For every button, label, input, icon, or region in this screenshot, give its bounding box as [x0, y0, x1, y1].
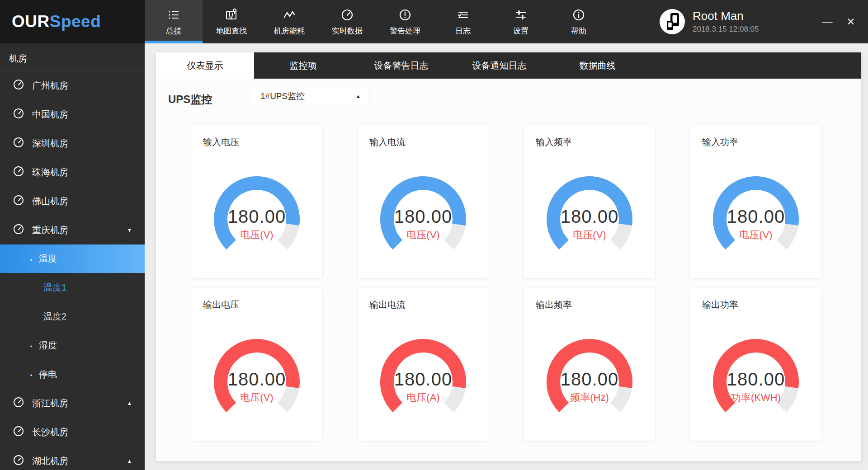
- sidebar-item-label: 广州机房: [32, 80, 68, 92]
- nav-item-settings[interactable]: 设置: [492, 0, 550, 43]
- tab-gauge-display[interactable]: 仪表显示: [156, 52, 254, 79]
- gauge-card: 输出功率 180.00 功率(KWH): [690, 288, 821, 441]
- tab-monitor-items[interactable]: 监控项: [254, 52, 352, 79]
- window-controls-divider: [814, 12, 814, 32]
- sidebar-subitem-label: 湿度: [39, 339, 57, 352]
- nav-item-help[interactable]: 帮助: [550, 0, 608, 43]
- nav-item-alert-handling[interactable]: 警告处理: [376, 0, 434, 43]
- tab-device-notice-log[interactable]: 设备通知日志: [450, 52, 548, 79]
- sidebar-item-label: 珠海机房: [32, 166, 68, 179]
- avatar[interactable]: [659, 9, 685, 35]
- gauge-unit: 电压(V): [212, 228, 302, 242]
- alert-icon: [398, 8, 412, 22]
- gauge-value: 180.00: [711, 369, 801, 390]
- sidebar-subitem-temperature[interactable]: · 温度: [0, 244, 145, 273]
- gauge-unit: 电压(A): [378, 391, 468, 404]
- sidebar-item-zhejiang[interactable]: 浙江机房 ▲: [0, 389, 145, 418]
- sidebar-item-zhuhai[interactable]: 珠海机房: [0, 158, 145, 187]
- nav-label: 总揽: [166, 26, 181, 36]
- chevron-down-icon: ▼: [127, 227, 132, 233]
- gauge-card-title: 输入频率: [536, 136, 572, 148]
- nav-item-realtime-data[interactable]: 实时数据: [318, 0, 376, 43]
- gauge-chart: 180.00 频率(Hz): [544, 337, 635, 427]
- gauge-card: 输入功率 180.00 电压(V): [690, 125, 821, 278]
- close-button[interactable]: ✕: [841, 0, 861, 43]
- user-datetime: 2018.3.15 12:08:05: [693, 25, 759, 34]
- gauge-card: 输出电压 180.00 电压(V): [191, 288, 322, 441]
- gauge-card-title: 输入电压: [203, 136, 239, 148]
- gauge-card: 输入电压 180.00 电压(V): [191, 125, 322, 278]
- gauge-card-title: 输出频率: [536, 299, 572, 311]
- gauge-chart: 180.00 电压(V): [212, 174, 302, 264]
- chevron-up-icon: ▲: [356, 94, 361, 99]
- sidebar-subitem-label: 停电: [39, 368, 57, 381]
- nav-label: 实时数据: [332, 26, 363, 36]
- gauge-card-title: 输出电压: [203, 299, 239, 311]
- gauge-card: 输出电流 180.00 电压(A): [358, 288, 489, 441]
- sidebar-item-label: 浙江机房: [32, 397, 68, 409]
- tab-device-alert-log[interactable]: 设备警告日志: [352, 52, 450, 79]
- nav-label: 帮助: [571, 26, 586, 36]
- gauge-chart: 180.00 电压(V): [212, 337, 302, 427]
- sidebar-item-hubei[interactable]: 湖北机房 ▲: [0, 446, 145, 470]
- sidebar-leaf-temperature1[interactable]: 温度1: [0, 273, 145, 302]
- sidebar-item-label: 佛山机房: [32, 195, 68, 207]
- nav-item-room-energy[interactable]: 机房能耗: [260, 0, 318, 43]
- app-logo: OURSpeed: [0, 0, 145, 43]
- gauge-value: 180.00: [212, 369, 302, 390]
- gauge-card-title: 输入电流: [369, 136, 406, 148]
- speedometer-icon: [340, 8, 354, 22]
- map-icon: [224, 8, 239, 22]
- pulse-icon: [282, 8, 297, 22]
- log-icon: [456, 8, 470, 22]
- sidebar-item-changsha[interactable]: 长沙机房: [0, 418, 145, 446]
- user-info: Root Man 2018.3.15 12:08:05: [693, 9, 759, 34]
- sidebar-subitem-humidity[interactable]: · 湿度: [0, 331, 145, 360]
- gauge-value: 180.00: [378, 369, 468, 390]
- gauge-value: 180.00: [212, 207, 302, 227]
- sidebar-leaf-temperature2[interactable]: 温度2: [0, 302, 145, 331]
- gauge-icon: [13, 165, 24, 179]
- gauge-unit: 功率(KWH): [711, 391, 801, 404]
- nav-item-overview[interactable]: 总揽: [145, 0, 203, 43]
- sidebar-item-label: 湖北机房: [32, 455, 68, 467]
- sidebar-item-label: 深圳机房: [32, 137, 68, 150]
- gauge-icon: [13, 79, 24, 93]
- gauge-chart: 180.00 电压(A): [378, 337, 468, 427]
- gauge-icon: [13, 108, 24, 122]
- sidebar-item-zhongguo[interactable]: 中国机房: [0, 100, 145, 129]
- chevron-up-icon: ▲: [127, 400, 132, 406]
- sidebar: 机房 广州机房 中国机房 深圳机房 珠海机房 佛山机房 重庆机房 ▼ · 温度 …: [0, 43, 145, 470]
- user-area: Root Man 2018.3.15 12:08:05: [659, 0, 759, 43]
- nav-label: 警告处理: [390, 26, 420, 36]
- gauge-unit: 电压(V): [711, 228, 801, 242]
- nav-item-map-search[interactable]: 地图查找: [203, 0, 260, 43]
- gauge-chart: 180.00 功率(KWH): [711, 337, 801, 427]
- dropdown-value: 1#UPS监控: [260, 90, 305, 102]
- minimize-button[interactable]: —: [817, 0, 837, 43]
- nav-label: 日志: [455, 26, 471, 36]
- sidebar-leaf-label: 温度2: [43, 310, 66, 323]
- gauge-chart: 180.00 电压(V): [378, 174, 468, 264]
- gauge-value: 180.00: [711, 207, 801, 227]
- info-icon: [571, 8, 586, 22]
- list-icon: [166, 8, 181, 22]
- gauge-grid: 输入电压 180.00 电压(V) 输入电流 180.00 电压(V) 输入频率…: [191, 125, 821, 441]
- sidebar-item-foshan[interactable]: 佛山机房: [0, 187, 145, 216]
- tab-data-curve[interactable]: 数据曲线: [548, 52, 646, 79]
- sidebar-subitem-power-outage[interactable]: · 停电: [0, 360, 145, 389]
- gauge-card-title: 输入功率: [702, 136, 738, 148]
- gauge-card-title: 输出功率: [702, 299, 738, 311]
- brand-our: OUR: [12, 12, 50, 31]
- nav-item-logs[interactable]: 日志: [434, 0, 492, 43]
- sidebar-subitem-label: 温度: [39, 253, 57, 265]
- sidebar-item-chongqing[interactable]: 重庆机房 ▼: [0, 216, 145, 244]
- sidebar-header: 机房: [0, 43, 145, 71]
- sidebar-item-guangzhou[interactable]: 广州机房: [0, 71, 145, 100]
- sidebar-item-shenzhen[interactable]: 深圳机房: [0, 129, 145, 158]
- gauge-card: 输入电流 180.00 电压(V): [358, 125, 489, 278]
- gauge-icon: [13, 425, 24, 439]
- ups-select-dropdown[interactable]: 1#UPS监控 ▲: [252, 87, 369, 105]
- tab-bar: 仪表显示 监控项 设备警告日志 设备通知日志 数据曲线: [156, 52, 861, 79]
- gauge-value: 180.00: [544, 369, 635, 390]
